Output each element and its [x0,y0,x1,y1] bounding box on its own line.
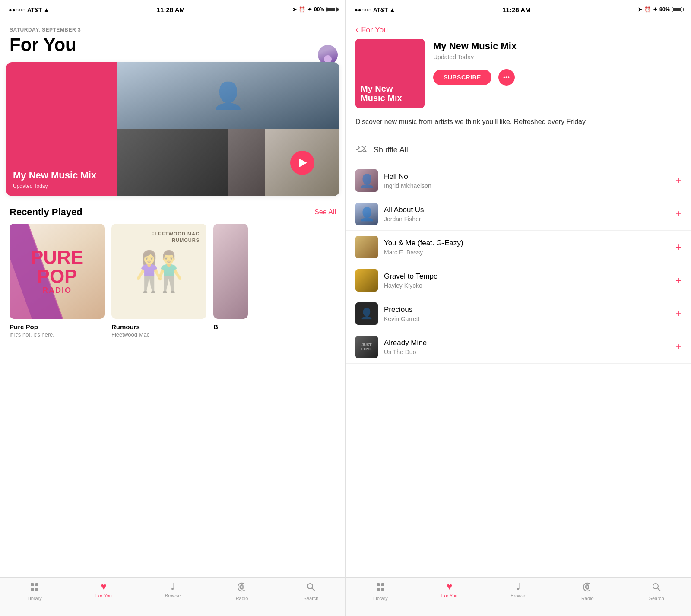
signal-dots-right: ●●○○○ [355,6,371,13]
radio-icon-left [237,582,247,594]
tab-library-label-left: Library [27,596,42,601]
time-display: 11:28 AM [157,6,185,13]
recent-item-partial[interactable]: B [213,224,248,338]
tab-library-label-right: Library [373,596,388,601]
signal-dots: ●●○○○ [9,6,25,13]
browse-icon-right: ♩ [516,582,520,591]
partial-label: B [213,323,248,330]
partial-thumb [213,224,248,319]
song-title-already-mine: Already Mine [384,339,669,347]
back-chevron-icon: ‹ [355,24,358,35]
mix-updated: Updated Today [13,183,110,189]
song-item-precious[interactable]: 👤 Precious Kevin Garrett + [346,297,691,330]
tab-library-left[interactable]: Library [0,582,69,601]
bluetooth-icon-right: ✦ [653,6,657,13]
add-song-already-mine[interactable]: + [675,341,681,353]
tab-foryou-left[interactable]: ♥ For You [69,582,138,598]
subscribe-button[interactable]: SUBSCRIBE [433,70,491,85]
tab-foryou-label-right: For You [441,593,458,598]
tab-radio-label-right: Radio [581,596,594,601]
shuffle-all-row[interactable]: Shuffle All [346,136,691,164]
featured-music-mix-card[interactable]: My New Music Mix Updated Today 👤 [6,62,339,196]
add-song-you-and-me[interactable]: + [675,241,681,253]
thumb-conor [265,129,339,196]
svg-point-5 [307,584,313,589]
mix-info-panel: My New Music Mix Updated Today SUBSCRIBE… [433,39,681,86]
svg-line-13 [658,588,660,591]
svg-rect-0 [31,583,34,586]
mix-updated-label: Updated Today [433,54,681,60]
location-icon-right: ➤ [638,6,642,13]
add-song-hell-no[interactable]: + [675,175,681,187]
recently-played-header: Recently Played See All [0,206,346,224]
song-artist-you-and-me: Marc E. Bassy [384,249,669,256]
back-navigation[interactable]: ‹ For You [346,19,691,39]
song-item-you-and-me[interactable]: You & Me (feat. G-Eazy) Marc E. Bassy + [346,231,691,264]
song-thumb-ingrid: 👤 [355,169,378,192]
battery-icon-right [672,7,682,12]
song-item-already-mine[interactable]: JUST LOVE Already Mine Us The Duo + [346,330,691,364]
battery-label-right: 90% [659,6,670,13]
library-icon [29,582,40,594]
tab-foryou-right[interactable]: ♥ For You [415,582,484,598]
tab-browse-label-right: Browse [510,593,526,598]
song-info-already-mine: Already Mine Us The Duo [384,339,669,356]
song-artist-already-mine: Us The Duo [384,349,669,356]
song-item-hell-no[interactable]: 👤 Hell No Ingrid Michaelson + [346,164,691,197]
song-info-hell-no: Hell No Ingrid Michaelson [384,172,669,189]
svg-rect-9 [377,588,380,591]
recently-played-scroll: PUREPOP RADIO Pure Pop If it's hot, it's… [0,224,346,338]
tab-radio-label-left: Radio [236,596,248,601]
song-item-all-about-us[interactable]: 👤 All About Us Jordan Fisher + [346,197,691,231]
mix-art-title: My New Music Mix [361,84,419,103]
play-button[interactable] [290,151,314,175]
svg-rect-3 [35,588,38,591]
search-icon-right [651,582,662,594]
tab-browse-label-left: Browse [165,593,181,598]
svg-rect-2 [31,588,34,591]
svg-rect-8 [381,583,384,586]
browse-icon-left: ♩ [171,582,175,591]
time-display-right: 11:28 AM [502,6,530,13]
battery-icon [326,7,337,12]
song-thumb-marc [355,236,378,258]
foryou-icon-right: ♥ [447,582,452,591]
tab-library-right[interactable]: Library [346,582,415,601]
foryou-icon-left: ♥ [101,582,106,591]
add-song-gravel-tempo[interactable]: + [675,274,681,286]
library-icon-right [375,582,386,594]
recently-played-title: Recently Played [10,206,82,218]
bluetooth-icon: ✦ [307,6,312,13]
tab-search-right[interactable]: Search [622,582,691,601]
see-all-button[interactable]: See All [314,208,336,216]
tab-browse-right[interactable]: ♩ Browse [484,582,553,598]
song-info-you-and-me: You & Me (feat. G-Eazy) Marc E. Bassy [384,239,669,256]
song-artist-precious: Kevin Garrett [384,315,669,322]
svg-point-12 [653,584,658,589]
tab-browse-left[interactable]: ♩ Browse [138,582,207,598]
tab-search-left[interactable]: Search [276,582,346,601]
mix-header: My New Music Mix My New Music Mix Update… [346,39,691,117]
carrier-label-right: AT&T [373,6,388,13]
add-song-all-about-us[interactable]: + [675,208,681,220]
date-label: SATURDAY, SEPTEMBER 3 [0,19,346,33]
tab-radio-right[interactable]: Radio [553,582,622,601]
add-song-precious[interactable]: + [675,308,681,320]
mix-title: My New Music Mix [13,170,110,181]
tab-radio-left[interactable]: Radio [207,582,276,601]
carrier-label: AT&T [27,6,42,13]
song-thumb-jordan: 👤 [355,203,378,225]
tab-bar-left: Library ♥ For You ♩ Browse Radio [0,577,346,616]
recent-item-pure-pop[interactable]: PUREPOP RADIO Pure Pop If it's hot, it's… [10,224,105,338]
song-item-gravel-tempo[interactable]: Gravel to Tempo Hayley Kiyoko + [346,264,691,297]
tab-search-label-right: Search [649,596,664,601]
recent-name-pure-pop: Pure Pop [10,323,105,330]
alarm-icon-right: ⏰ [644,6,651,13]
recent-sub-rumours: Fleetwood Mac [111,331,206,338]
tab-search-label-left: Search [304,596,319,601]
recent-item-rumours[interactable]: FLEETWOOD MACRUMOURS 👫 Rumours Fleetwood… [111,224,206,338]
more-options-button[interactable]: ••• [498,69,515,86]
album-thumb-jordan: 👤 [117,62,339,129]
wifi-icon: ▲ [44,6,49,13]
location-icon: ➤ [292,6,297,13]
